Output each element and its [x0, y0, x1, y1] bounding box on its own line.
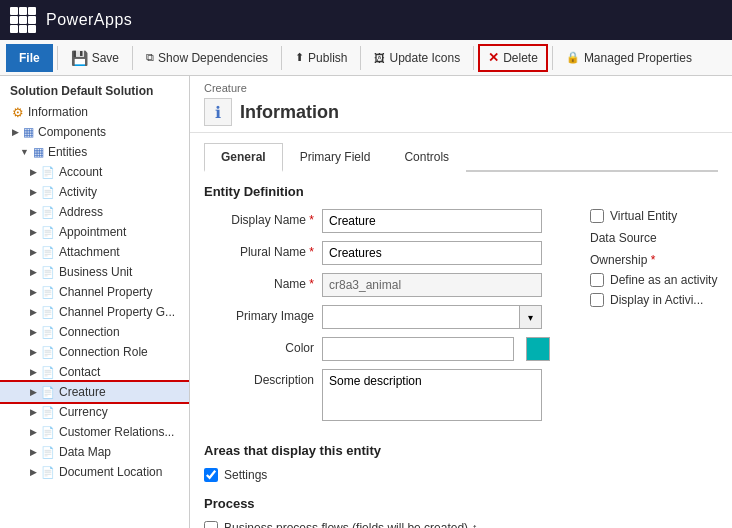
separator-3	[281, 46, 282, 70]
entity-icon: 📄	[41, 306, 55, 319]
tab-general[interactable]: General	[204, 143, 283, 172]
display-name-input[interactable]	[322, 209, 542, 233]
sidebar-item-business-unit[interactable]: ▶ 📄 Business Unit	[0, 262, 189, 282]
ownership-label: Ownership *	[590, 253, 730, 267]
define-as-activity-label: Define as an activity	[610, 273, 717, 287]
sidebar-item-components[interactable]: ▶ ▦ Components	[0, 122, 189, 142]
waffle-icon[interactable]	[10, 7, 36, 33]
content-panel: Creature ℹ Information General Primary F…	[190, 76, 732, 528]
sidebar-item-channel-property-g[interactable]: ▶ 📄 Channel Property G...	[0, 302, 189, 322]
tab-primary-field[interactable]: Primary Field	[283, 143, 388, 172]
form-main-cols: Display Name * Plural Name *	[204, 209, 718, 429]
tree-chevron-icon: ▶	[30, 287, 37, 297]
sidebar-item-data-map[interactable]: ▶ 📄 Data Map	[0, 442, 189, 462]
data-source-label: Data Source	[590, 231, 730, 245]
areas-section-title: Areas that display this entity	[204, 443, 718, 458]
delete-button[interactable]: ✕ Delete	[478, 44, 548, 72]
define-as-activity-checkbox[interactable]	[590, 273, 604, 287]
section-title: Entity Definition	[204, 184, 718, 199]
separator-1	[57, 46, 58, 70]
entity-icon: 📄	[41, 466, 55, 479]
entity-icon: 📄	[41, 446, 55, 459]
tree-chevron-icon: ▶	[30, 207, 37, 217]
virtual-entity-checkbox[interactable]	[590, 209, 604, 223]
settings-checkbox[interactable]	[204, 468, 218, 482]
tree-chevron-icon: ▶	[30, 267, 37, 277]
required-star-3: *	[309, 277, 314, 291]
info-icon: ℹ	[215, 103, 221, 122]
file-button[interactable]: File	[6, 44, 53, 72]
sidebar-item-entities[interactable]: ▼ ▦ Entities	[0, 142, 189, 162]
sidebar-item-customer-relations[interactable]: ▶ 📄 Customer Relations...	[0, 422, 189, 442]
sidebar-item-address[interactable]: ▶ 📄 Address	[0, 202, 189, 222]
color-input[interactable]	[322, 337, 514, 361]
sidebar-item-account[interactable]: ▶ 📄 Account	[0, 162, 189, 182]
entity-icon: 📄	[41, 226, 55, 239]
name-input[interactable]	[322, 273, 542, 297]
tree-chevron-icon: ▶	[30, 427, 37, 437]
plural-name-input[interactable]	[322, 241, 542, 265]
form-right-col: Virtual Entity Data Source Ownership * D…	[570, 209, 730, 429]
tree-chevron-icon: ▶	[30, 167, 37, 177]
tree-chevron-icon: ▶	[30, 467, 37, 477]
separator-6	[552, 46, 553, 70]
sidebar-item-connection[interactable]: ▶ 📄 Connection	[0, 322, 189, 342]
required-star-2: *	[309, 245, 314, 259]
page-title-area: ℹ Information	[190, 96, 732, 133]
tree-chevron-icon: ▶	[30, 447, 37, 457]
publish-button[interactable]: ⬆ Publish	[286, 44, 356, 72]
show-dependencies-button[interactable]: ⧉ Show Dependencies	[137, 44, 277, 72]
entity-icon: 📄	[41, 186, 55, 199]
entity-icon: 📄	[41, 286, 55, 299]
color-swatch	[526, 337, 550, 361]
sidebar-item-currency[interactable]: ▶ 📄 Currency	[0, 402, 189, 422]
tree-chevron-icon: ▶	[30, 307, 37, 317]
primary-image-label: Primary Image	[204, 305, 314, 323]
tree-chevron-icon: ▶	[30, 247, 37, 257]
chevron-down-icon: ▼	[20, 147, 29, 157]
color-row: Color	[204, 337, 550, 361]
description-input[interactable]: Some description	[322, 369, 542, 421]
save-button[interactable]: 💾 Save	[62, 44, 128, 72]
managed-properties-button[interactable]: 🔒 Managed Properties	[557, 44, 701, 72]
sidebar-item-connection-role[interactable]: ▶ 📄 Connection Role	[0, 342, 189, 362]
display-in-activity-label: Display in Activi...	[610, 293, 703, 307]
tabs-bar: General Primary Field Controls	[204, 141, 718, 172]
entity-icon: 📄	[41, 366, 55, 379]
sidebar-item-creature[interactable]: ▶ 📄 Creature	[0, 382, 189, 402]
sidebar-item-document-location[interactable]: ▶ 📄 Document Location	[0, 462, 189, 482]
sidebar: Solution Default Solution ⚙ Information …	[0, 76, 190, 528]
primary-image-input[interactable]	[322, 305, 520, 329]
sidebar-item-information[interactable]: ⚙ Information	[0, 102, 189, 122]
bpf-row: Business process flows (fields will be c…	[204, 521, 718, 528]
top-bar: PowerApps	[0, 0, 732, 40]
form-content: Entity Definition Display Name *	[190, 172, 732, 528]
entity-icon: 📄	[41, 326, 55, 339]
save-icon: 💾	[71, 50, 88, 66]
sidebar-item-appointment[interactable]: ▶ 📄 Appointment	[0, 222, 189, 242]
breadcrumb: Creature	[190, 76, 732, 96]
entity-icon: 📄	[41, 246, 55, 259]
sidebar-item-contact[interactable]: ▶ 📄 Contact	[0, 362, 189, 382]
sidebar-item-attachment[interactable]: ▶ 📄 Attachment	[0, 242, 189, 262]
primary-image-dropdown-btn[interactable]: ▾	[520, 305, 542, 329]
entities-icon: ▦	[33, 145, 44, 159]
entity-icon: 📄	[41, 426, 55, 439]
display-in-activity-checkbox[interactable]	[590, 293, 604, 307]
display-name-label: Display Name *	[204, 209, 314, 227]
toolbar: File 💾 Save ⧉ Show Dependencies ⬆ Publis…	[0, 40, 732, 76]
chevron-right-icon: ▶	[12, 127, 19, 137]
virtual-entity-row: Virtual Entity	[590, 209, 730, 223]
tree-chevron-icon: ▶	[30, 227, 37, 237]
sidebar-item-activity[interactable]: ▶ 📄 Activity	[0, 182, 189, 202]
description-label: Description	[204, 369, 314, 387]
app-name: PowerApps	[46, 11, 132, 29]
settings-label: Settings	[224, 468, 267, 482]
separator-2	[132, 46, 133, 70]
bpf-checkbox[interactable]	[204, 521, 218, 528]
update-icons-icon: 🖼	[374, 52, 385, 64]
update-icons-button[interactable]: 🖼 Update Icons	[365, 44, 469, 72]
sidebar-item-channel-property[interactable]: ▶ 📄 Channel Property	[0, 282, 189, 302]
tab-controls[interactable]: Controls	[387, 143, 466, 172]
display-in-activity-row: Display in Activi...	[590, 293, 730, 307]
